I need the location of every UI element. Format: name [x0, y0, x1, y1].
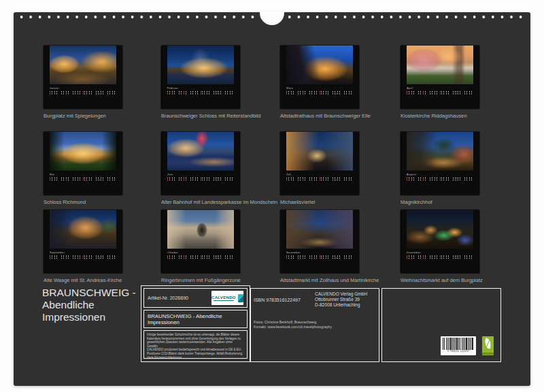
month-photo: [167, 132, 234, 171]
mini-calendar-page: Januar: [44, 46, 122, 109]
calvendo-logo-text: CALVENDO: [211, 295, 236, 300]
month-photo: [50, 132, 116, 171]
month-label: August: [407, 173, 473, 176]
mini-date-grid: [280, 255, 359, 260]
month-thumbnail-januar: Januar Burgplatz mit Spiegelungen: [44, 41, 122, 119]
month-thumbnail-februar: Februar Braunschweiger Schloss mit Reite…: [161, 41, 240, 119]
mini-calendar-page: März: [280, 46, 359, 109]
calvendo-logo-underline: [214, 300, 234, 302]
publisher-address: CALVENDO Verlag GmbH Ottobrunner Straße …: [315, 291, 367, 308]
photo-caption: Alte Waage mit St. Andreas-Kirche: [44, 277, 122, 283]
month-photo: [50, 210, 116, 249]
month-photo: [407, 132, 473, 171]
mini-date-grid: [280, 91, 359, 95]
month-label: Oktober: [167, 251, 234, 254]
mini-date-grid: [44, 177, 122, 181]
mini-calendar-page: November: [280, 210, 359, 273]
month-thumbnail-mai: Mai Schloss Richmond: [44, 127, 122, 205]
barcode-box: 9 783516 122497: [381, 288, 501, 362]
leaf-icon: [484, 338, 492, 349]
photo-caption: Schloss Richmond: [44, 199, 122, 205]
mini-date-grid: [44, 255, 122, 260]
month-label: Mai: [50, 173, 116, 176]
calvendo-logo-wordmark: CALVENDO: [211, 295, 236, 302]
mini-date-grid: [401, 255, 479, 260]
month-thumbnail-dezember: Dezember Weihnachtsmarkt auf dem Burgpla…: [401, 205, 479, 283]
month-thumbnail-maerz: März Altstadtrathaus mit Braunschweiger …: [280, 41, 359, 119]
mini-calendar-page: Mai: [44, 132, 122, 195]
month-label: März: [286, 86, 353, 90]
barcode-bars: [443, 338, 474, 350]
product-title-row: BRAUNSCHWEIG - Abendliche Impressionen: [143, 310, 248, 328]
legal-notice: Infolge bestehender Schutzrechte ist es …: [143, 330, 248, 359]
product-info-box: Artikel-Nr. 2026890 CALVENDO BRAUNSCHWEI…: [141, 285, 250, 362]
photo-caption: Michaelisviertel: [280, 199, 359, 205]
photo-caption: Altstadtrathaus mit Braunschweiger Elle: [280, 113, 359, 119]
mini-date-grid: [44, 91, 122, 95]
month-photo: [407, 210, 473, 249]
calendar-title: BRAUNSCHWEIG - Abendliche Impressionen: [42, 287, 136, 323]
month-photo: [286, 210, 353, 249]
photo-caption: Burgplatz mit Spiegelungen: [44, 113, 122, 119]
mini-date-grid: [161, 91, 240, 95]
article-number-row: Artikel-Nr. 2026890 CALVENDO: [143, 288, 248, 308]
mini-calendar-page: September: [44, 210, 122, 273]
calendar-sheet: Januar Burgplatz mit Spiegelungen Februa…: [14, 12, 530, 386]
photo-caption: Braunschweiger Schloss mit Reiterstandbi…: [161, 113, 240, 119]
mini-date-grid: [401, 91, 479, 95]
publisher-info-box: ISBN 9783516122497 CALVENDO Verlag GmbH …: [250, 288, 379, 362]
month-photo: [407, 46, 473, 84]
eco-logo-strip: [482, 353, 494, 355]
photo-caption: Weihnachtsmarkt auf dem Burgplatz: [401, 277, 479, 283]
article-number: Artikel-Nr. 2026890: [148, 296, 188, 300]
photo-caption: Klosterkirche Riddagshausen: [401, 113, 479, 119]
calendar-back-cover: Januar Burgplatz mit Spiegelungen Februa…: [0, 0, 544, 392]
month-label: April: [407, 86, 473, 90]
month-thumbnail-juni: Juni Alter Bahnhof mit Landessparkasse i…: [161, 127, 240, 205]
isbn-row: ISBN 9783516122497 CALVENDO Verlag GmbH …: [254, 292, 376, 304]
month-label: Juni: [167, 173, 234, 176]
month-thumbnail-april: April Klosterkirche Riddagshausen: [401, 41, 479, 119]
mini-calendar-page: Februar: [161, 46, 240, 109]
month-photo: [167, 46, 234, 84]
month-thumbnail-oktober: Oktober Ringerbrunnen mit Fußgängerzone: [161, 205, 240, 283]
month-photo: [286, 46, 353, 84]
ean-barcode: 9 783516 122497: [441, 336, 476, 355]
photo-caption: Altstadtmarkt mit Zollhaus und Martiniki…: [280, 277, 359, 283]
photo-credits: Fotos: Christine Berkhoff, Braunschweig …: [254, 320, 376, 329]
mini-date-grid: [161, 177, 240, 181]
mini-calendar-page: August: [401, 132, 479, 195]
month-thumbnail-september: September Alte Waage mit St. Andreas-Kir…: [44, 205, 122, 283]
month-photo: [167, 210, 234, 249]
month-thumbnail-juli: Juli Michaelisviertel: [280, 127, 359, 205]
mini-calendar-page: Dezember: [401, 210, 479, 273]
isbn-number: ISBN 9783516122497: [254, 298, 301, 302]
mini-date-grid: [280, 177, 359, 181]
mini-date-grid: [161, 255, 240, 260]
photo-caption: Ringerbrunnen mit Fußgängerzone: [161, 277, 240, 283]
month-photo: [286, 132, 353, 171]
month-label: September: [50, 251, 116, 254]
product-title: BRAUNSCHWEIG - Abendliche Impressionen: [148, 313, 243, 325]
month-label: November: [286, 251, 353, 254]
barcode-digits: 9 783516 122497: [443, 350, 474, 353]
photo-caption: Magnikirchhof: [401, 199, 479, 205]
month-photo: [50, 46, 116, 84]
mini-calendar-page: April: [401, 46, 479, 109]
mini-calendar-page: Juli: [280, 132, 359, 195]
mini-calendar-page: Oktober: [161, 210, 240, 273]
month-label: Juli: [286, 173, 353, 176]
mini-calendar-page: Juni: [161, 132, 240, 195]
month-label: Februar: [167, 86, 234, 90]
mini-date-grid: [401, 177, 479, 181]
hanging-hole-notch: [260, 12, 284, 25]
calvendo-logo: CALVENDO: [211, 291, 243, 305]
month-thumbnail-august: August Magnikirchhof: [401, 127, 479, 205]
eco-leaf-logo: [482, 336, 494, 355]
calvendo-book-icon: [238, 294, 243, 302]
month-label: Dezember: [407, 251, 473, 254]
photo-caption: Alter Bahnhof mit Landessparkasse im Mon…: [161, 199, 240, 205]
month-label: Januar: [50, 86, 116, 90]
month-thumbnail-november: November Altstadtmarkt mit Zollhaus und …: [280, 205, 359, 283]
